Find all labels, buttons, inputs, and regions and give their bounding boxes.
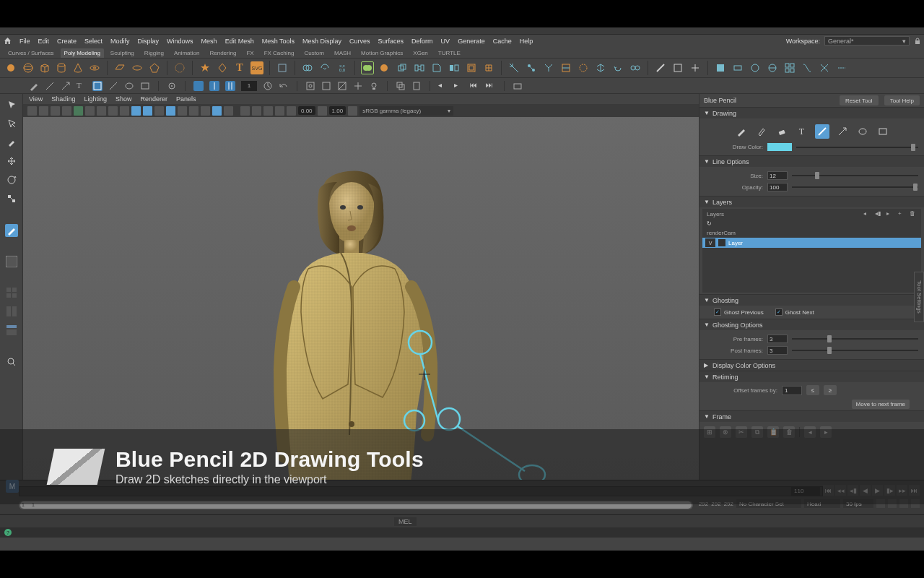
step-fwd-icon[interactable]: ▸	[454, 81, 464, 91]
rotate-tool-icon[interactable]	[5, 173, 18, 186]
poly-plane-icon[interactable]	[113, 61, 126, 74]
tab-fx-caching[interactable]: FX Caching	[261, 48, 298, 58]
poly-platonic-icon[interactable]	[148, 61, 161, 74]
vp-shaded-icon[interactable]	[166, 106, 175, 116]
layer-item[interactable]: V Layer	[702, 238, 921, 248]
separate-icon[interactable]	[318, 61, 331, 74]
uv-cylindrical-icon[interactable]	[749, 61, 762, 74]
vp-gamma-icon[interactable]	[318, 106, 327, 116]
menu-edit[interactable]: Edit	[38, 38, 50, 45]
tab-rendering[interactable]: Rendering	[206, 48, 240, 58]
draw-arrow-icon[interactable]	[835, 124, 850, 139]
move-tool-icon[interactable]	[5, 155, 18, 168]
vp-menu-lighting[interactable]: Lighting	[84, 95, 107, 103]
uv-auto-icon[interactable]	[783, 61, 796, 74]
sel-tool-square-icon[interactable]	[140, 81, 150, 91]
smooth-icon[interactable]	[465, 61, 478, 74]
section-retiming[interactable]: ▼Retiming	[699, 371, 924, 382]
vp-ao-icon[interactable]	[240, 106, 250, 116]
crease-icon[interactable]	[654, 61, 667, 74]
layer-delete-icon[interactable]: 🗑	[910, 210, 917, 217]
layer-visibility-button[interactable]: V	[705, 238, 715, 247]
vp-viewtransform-icon[interactable]	[348, 106, 357, 116]
bevel-icon[interactable]	[430, 61, 443, 74]
history-icon[interactable]	[263, 81, 273, 91]
menu-mesh-display[interactable]: Mesh Display	[302, 38, 341, 45]
poly-type-star-icon[interactable]	[199, 61, 212, 74]
draw-line-icon[interactable]	[815, 124, 829, 139]
uv-sew-icon[interactable]	[835, 61, 848, 74]
section-drawing[interactable]: ▼Drawing	[699, 108, 924, 118]
post-frames-slider[interactable]	[792, 347, 918, 354]
vp-menu-panels[interactable]: Panels	[176, 95, 196, 103]
draw-rect-icon[interactable]	[876, 124, 890, 139]
circularize-icon[interactable]	[577, 61, 590, 74]
poly-disc-icon[interactable]	[131, 61, 144, 74]
uv-cut-icon[interactable]	[818, 61, 831, 74]
container-icon[interactable]	[513, 81, 523, 91]
vp-bookmark-icon[interactable]	[39, 106, 48, 116]
command-line[interactable]: MEL	[0, 514, 924, 527]
menu-file[interactable]: File	[19, 38, 30, 45]
menu-generate[interactable]: Generate	[458, 38, 485, 45]
boolean-union-icon[interactable]	[361, 61, 374, 74]
home-icon[interactable]	[3, 37, 12, 46]
post-frames-field[interactable]	[767, 346, 788, 355]
bridge-icon[interactable]	[413, 61, 426, 74]
menu-help[interactable]: Help	[520, 38, 533, 45]
menu-uv[interactable]: UV	[441, 38, 450, 45]
menu-create[interactable]: Create	[57, 38, 77, 45]
tab-motion-graphics[interactable]: Motion Graphics	[357, 48, 406, 58]
svg-tool-icon[interactable]: SVG	[250, 61, 263, 74]
tool-help-button[interactable]: Tool Help	[884, 95, 920, 105]
make-live-icon[interactable]	[689, 61, 702, 74]
uv-contour-icon[interactable]	[801, 61, 814, 74]
vp-safe-action-icon[interactable]	[131, 106, 141, 116]
draw-text-icon[interactable]: T	[795, 124, 809, 139]
insert-edge-icon[interactable]	[559, 61, 572, 74]
vp-menu-shading[interactable]: Shading	[51, 95, 75, 103]
sel-tool-line-icon[interactable]	[45, 81, 55, 91]
sel-tool-pencil-icon[interactable]	[29, 81, 39, 91]
menu-windows[interactable]: Windows	[167, 38, 193, 45]
mirror-icon[interactable]	[448, 61, 461, 74]
layer-add-icon[interactable]: +	[898, 210, 905, 217]
tab-curves[interactable]: Curves / Surfaces	[4, 48, 58, 58]
tab-poly-modeling[interactable]: Poly Modeling	[61, 48, 104, 58]
boolean-axis-icon[interactable]: x,x0,0	[336, 61, 349, 74]
scale-tool-icon[interactable]	[5, 192, 18, 205]
poly-sphere-icon[interactable]	[22, 61, 35, 74]
poly-cube-icon[interactable]	[38, 61, 51, 74]
vp-motion-blur-icon[interactable]	[252, 106, 261, 116]
undo-icon[interactable]	[279, 81, 289, 91]
tab-custom[interactable]: Custom	[300, 48, 328, 58]
workspace-selector[interactable]: General*▾	[824, 36, 910, 46]
spin-edge-icon[interactable]	[611, 61, 624, 74]
poly-type-diamond-icon[interactable]	[216, 61, 229, 74]
retopo-icon[interactable]	[482, 61, 495, 74]
wireframe-icon[interactable]	[321, 81, 331, 91]
step-back-icon[interactable]: ◂	[438, 81, 448, 91]
side-tab-tool-settings[interactable]: Tool Settings	[914, 272, 924, 322]
snap-mode3-icon[interactable]	[225, 81, 235, 91]
viewport[interactable]	[23, 117, 699, 480]
pre-frames-slider[interactable]	[792, 335, 918, 342]
offset-inc-button[interactable]: ≥	[824, 385, 837, 395]
vp-lights-icon[interactable]	[189, 106, 199, 116]
opacity-field[interactable]	[767, 183, 788, 191]
vp-shadows-icon[interactable]	[201, 106, 210, 116]
vp-aa-icon[interactable]	[263, 106, 273, 116]
sweep-mesh-icon[interactable]	[276, 61, 289, 74]
viewport-four-icon[interactable]	[5, 286, 18, 299]
reset-tool-button[interactable]: Reset Tool	[840, 95, 879, 105]
menu-mesh-tools[interactable]: Mesh Tools	[262, 38, 295, 45]
xray-icon[interactable]	[305, 81, 315, 91]
opacity-slider[interactable]	[792, 184, 918, 191]
section-frame[interactable]: ▼Frame	[699, 411, 924, 422]
sel-tool-ellipse-icon[interactable]	[124, 81, 134, 91]
collapse-icon[interactable]	[594, 61, 607, 74]
layer-toggle[interactable]	[718, 239, 725, 246]
section-layers[interactable]: ▼Layers	[699, 197, 924, 207]
shelf-ctx-icon[interactable]	[4, 61, 17, 74]
vp-2d-pan-icon[interactable]	[62, 106, 71, 116]
